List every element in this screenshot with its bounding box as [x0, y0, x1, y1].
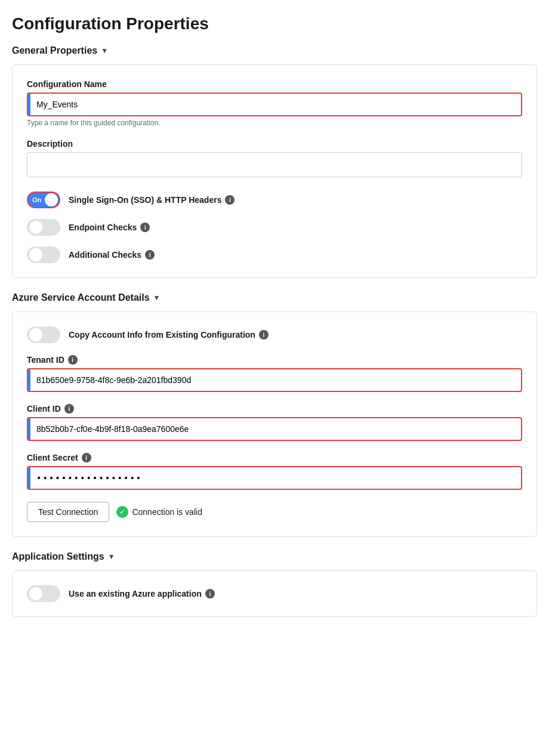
tenant-id-input-wrapper	[27, 368, 522, 392]
additional-info-icon[interactable]: i	[145, 250, 155, 260]
copy-account-toggle[interactable]	[27, 326, 60, 343]
client-secret-label: Client Secret i	[27, 453, 522, 462]
azure-card: Copy Account Info from Existing Configur…	[12, 311, 537, 537]
client-secret-input[interactable]	[30, 468, 521, 487]
test-connection-row: Test Connection ✓ Connection is valid	[27, 502, 522, 522]
copy-account-label: Copy Account Info from Existing Configur…	[69, 330, 269, 340]
description-group: Description	[27, 139, 522, 180]
config-name-hint: Type a name for this guided configuratio…	[27, 119, 522, 127]
tenant-id-group: Tenant ID i	[27, 355, 522, 392]
config-name-group: Configuration Name Type a name for this …	[27, 79, 522, 127]
client-id-group: Client ID i	[27, 404, 522, 441]
tenant-id-input[interactable]	[30, 371, 521, 390]
description-input[interactable]	[27, 152, 522, 177]
endpoint-checks-toggle[interactable]	[27, 219, 60, 236]
tenant-id-label: Tenant ID i	[27, 355, 522, 365]
azure-chevron-icon: ▼	[153, 294, 161, 302]
connection-status-text: Connection is valid	[132, 507, 202, 517]
app-settings-chevron-icon: ▼	[108, 553, 115, 561]
sso-toggle-text: On	[32, 196, 41, 203]
endpoint-info-icon[interactable]: i	[140, 223, 150, 232]
sso-toggle-label: Single Sign-On (SSO) & HTTP Headers i	[69, 195, 235, 205]
additional-checks-knob	[29, 248, 42, 261]
endpoint-checks-label: Endpoint Checks i	[69, 223, 150, 232]
endpoint-checks-row: Endpoint Checks i	[27, 219, 522, 236]
chevron-icon: ▼	[101, 47, 108, 55]
copy-account-info-icon[interactable]: i	[259, 330, 269, 340]
copy-account-row: Copy Account Info from Existing Configur…	[27, 326, 522, 343]
client-id-input[interactable]	[30, 419, 521, 439]
app-settings-header: Application Settings ▼	[12, 551, 537, 562]
config-name-input-wrapper	[27, 92, 522, 116]
page-title: Configuration Properties	[12, 14, 537, 33]
use-existing-app-row: Use an existing Azure application i	[27, 585, 522, 602]
endpoint-checks-knob	[29, 221, 42, 234]
sso-toggle[interactable]: On	[27, 192, 60, 208]
client-id-input-wrapper	[27, 417, 522, 441]
app-settings-card: Use an existing Azure application i	[12, 570, 537, 617]
client-secret-info-icon[interactable]: i	[82, 453, 91, 462]
use-existing-app-knob	[29, 587, 42, 600]
config-name-input[interactable]	[30, 95, 521, 114]
client-id-label: Client ID i	[27, 404, 522, 414]
use-existing-app-toggle[interactable]	[27, 585, 60, 602]
sso-info-icon[interactable]: i	[225, 195, 235, 205]
config-name-label: Configuration Name	[27, 79, 522, 89]
additional-checks-row: Additional Checks i	[27, 246, 522, 263]
client-secret-input-wrapper	[27, 466, 522, 490]
copy-account-knob	[29, 328, 42, 341]
general-properties-header: General Properties ▼	[12, 45, 537, 56]
sso-toggle-row: On Single Sign-On (SSO) & HTTP Headers i	[27, 192, 522, 208]
azure-section-header: Azure Service Account Details ▼	[12, 292, 537, 303]
tenant-id-info-icon[interactable]: i	[68, 355, 78, 365]
test-connection-button[interactable]: Test Connection	[27, 502, 109, 522]
client-id-info-icon[interactable]: i	[64, 404, 74, 414]
additional-checks-label: Additional Checks i	[69, 250, 155, 260]
use-existing-app-label: Use an existing Azure application i	[69, 589, 215, 598]
use-existing-info-icon[interactable]: i	[205, 589, 215, 598]
client-secret-group: Client Secret i	[27, 453, 522, 490]
general-properties-card: Configuration Name Type a name for this …	[12, 64, 537, 278]
sso-toggle-knob	[45, 193, 58, 206]
connection-valid-status: ✓ Connection is valid	[116, 506, 202, 518]
check-circle-icon: ✓	[116, 506, 128, 518]
description-label: Description	[27, 139, 522, 149]
additional-checks-toggle[interactable]	[27, 246, 60, 263]
